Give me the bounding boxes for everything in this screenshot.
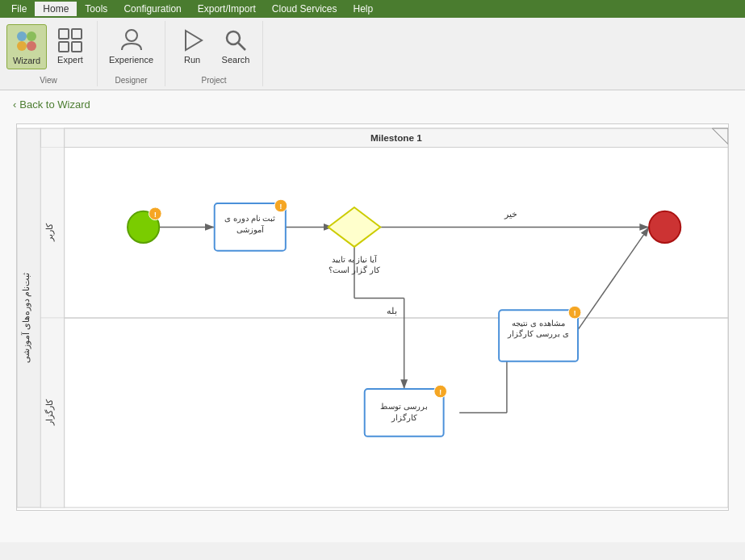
ribbon-group-designer: Experience Designer (98, 21, 165, 86)
ribbon-btn-run[interactable]: Run (172, 24, 212, 68)
search-icon (223, 27, 249, 53)
project-group-label: Project (201, 76, 226, 86)
edge-label-yes: بله (387, 306, 397, 316)
expert-icon (57, 27, 83, 53)
ribbon-btn-expert[interactable]: Expert (50, 24, 90, 68)
ribbon-btn-wizard[interactable]: Wizard (6, 24, 47, 69)
ribbon-btn-experience[interactable]: Experience (104, 24, 158, 68)
svg-rect-4 (59, 29, 69, 39)
back-to-wizard-link[interactable]: ‹ Back to Wizard (13, 98, 732, 111)
back-link-label: Back to Wizard (19, 98, 90, 111)
svg-text:!: ! (439, 387, 442, 396)
task2-label2: ی بررسی کارگزار (507, 329, 568, 339)
ribbon-btn-search[interactable]: Search (216, 24, 256, 68)
ribbon: Wizard Expert View (0, 18, 745, 90)
menu-tools[interactable]: Tools (77, 2, 115, 16)
lane-worker-label: کارگزار (44, 399, 55, 426)
diagram-container: ثبت‌نام دوره‌های آموزشی کاربر کارگزار Mi… (16, 123, 729, 511)
experience-icon (119, 27, 144, 53)
task2-label1: مشاهده ی نتیجه (512, 319, 564, 328)
svg-text:!: ! (154, 210, 157, 219)
expert-label: Expert (57, 55, 83, 65)
svg-point-8 (126, 30, 137, 41)
pool-label: ثبت‌نام دوره‌های آموزشی (21, 273, 31, 364)
svg-rect-6 (59, 42, 69, 52)
lane-user-label: کاربر (44, 223, 55, 242)
gateway-label2: کار گزار است؟ (329, 265, 379, 275)
task1-label2: آموزشی (236, 224, 265, 235)
task3-label2: کارگزار (391, 413, 417, 423)
svg-point-10 (227, 31, 240, 44)
svg-text:!: ! (279, 202, 282, 211)
ribbon-group-view: Wizard Expert View (0, 21, 98, 86)
content-area: ‹ Back to Wizard ثبت‌نام دوره‌های آموزشی… (0, 90, 745, 542)
svg-rect-5 (72, 29, 82, 39)
svg-line-11 (238, 43, 245, 50)
menu-bar: File Home Tools Configuration Export/Imp… (0, 0, 745, 18)
task1-label: ثبت نام دوره ی (224, 214, 275, 224)
wizard-label: Wizard (13, 56, 40, 65)
edge-label-no: خیر (504, 209, 517, 219)
search-label: Search (222, 55, 250, 65)
svg-point-3 (27, 41, 36, 51)
gateway-label1: آیا نیاز به تایید (332, 254, 378, 265)
menu-home[interactable]: Home (35, 2, 77, 16)
menu-configuration[interactable]: Configuration (115, 2, 189, 16)
svg-rect-7 (72, 42, 82, 52)
ribbon-group-project: Run Search Project (165, 21, 263, 86)
svg-text:!: ! (573, 308, 575, 317)
svg-marker-9 (186, 31, 202, 50)
wizard-icon (14, 28, 40, 54)
task3-label1: بررسی توسط (380, 402, 428, 412)
milestone-label: Milestone 1 (370, 132, 422, 143)
svg-point-1 (27, 31, 36, 41)
menu-export-import[interactable]: Export/Import (190, 2, 264, 16)
designer-group-label: Designer (115, 76, 148, 86)
diagram-svg: ثبت‌نام دوره‌های آموزشی کاربر کارگزار Mi… (17, 124, 728, 511)
view-group-label: View (40, 76, 57, 86)
back-chevron-icon: ‹ (13, 98, 16, 111)
run-icon (179, 27, 205, 53)
end-node (649, 211, 680, 243)
menu-help[interactable]: Help (345, 2, 382, 16)
experience-label: Experience (109, 55, 153, 65)
svg-point-2 (17, 41, 27, 51)
svg-point-0 (17, 31, 27, 41)
run-label: Run (184, 55, 200, 65)
menu-cloud-services[interactable]: Cloud Services (264, 2, 345, 16)
menu-file[interactable]: File (3, 2, 35, 16)
